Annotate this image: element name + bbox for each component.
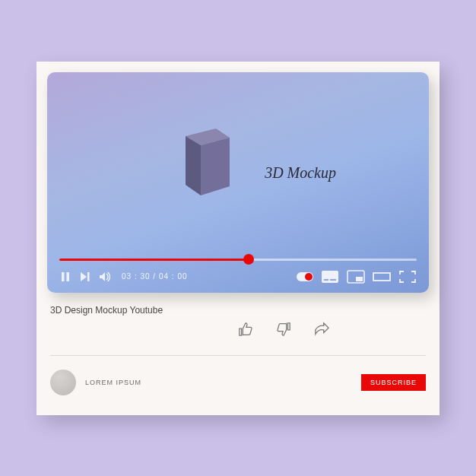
- fullscreen-icon[interactable]: [398, 270, 417, 284]
- svg-marker-1: [186, 136, 201, 195]
- svg-rect-12: [356, 277, 363, 281]
- progress-thumb[interactable]: [243, 254, 254, 265]
- captions-icon[interactable]: [321, 270, 339, 284]
- theater-icon[interactable]: [373, 270, 391, 284]
- next-icon[interactable]: [79, 271, 91, 283]
- svg-marker-5: [81, 272, 87, 281]
- svg-rect-9: [324, 279, 328, 281]
- svg-marker-2: [201, 138, 230, 195]
- subscribe-button[interactable]: SUBSCRIBE: [361, 374, 426, 391]
- video-page-card: 3D Mockup 03 : 30 / 04 : 00: [36, 62, 440, 415]
- video-player[interactable]: 3D Mockup 03 : 30 / 04 : 00: [47, 72, 429, 293]
- svg-rect-6: [87, 272, 90, 281]
- svg-rect-13: [373, 273, 390, 281]
- channel-name[interactable]: LOREM IPSUM: [85, 379, 141, 386]
- video-meta: 3D Design Mockup Youtube: [36, 299, 440, 347]
- pause-icon[interactable]: [59, 271, 71, 283]
- autoplay-toggle[interactable]: [297, 272, 313, 281]
- share-icon[interactable]: [313, 322, 330, 337]
- player-controls: 03 : 30 / 04 : 00: [47, 259, 429, 293]
- svg-rect-3: [62, 272, 65, 281]
- svg-rect-10: [330, 279, 336, 281]
- svg-marker-7: [100, 272, 105, 281]
- svg-rect-8: [322, 271, 338, 283]
- svg-rect-4: [67, 272, 70, 281]
- video-title: 3D Design Mockup Youtube: [50, 305, 426, 316]
- avatar[interactable]: [50, 370, 76, 395]
- channel-row: LOREM IPSUM SUBSCRIBE: [36, 363, 440, 415]
- dislike-icon[interactable]: [275, 322, 292, 337]
- video-overlay-text: 3D Mockup: [265, 164, 336, 182]
- volume-icon[interactable]: [99, 271, 111, 283]
- progress-bar[interactable]: [59, 259, 417, 261]
- divider: [50, 355, 426, 356]
- progress-fill: [59, 259, 249, 261]
- time-display: 03 : 30 / 04 : 00: [122, 272, 188, 281]
- miniplayer-icon[interactable]: [347, 270, 365, 284]
- action-row: [141, 316, 426, 338]
- video-thumbnail-cube: [179, 122, 236, 198]
- like-icon[interactable]: [237, 322, 254, 337]
